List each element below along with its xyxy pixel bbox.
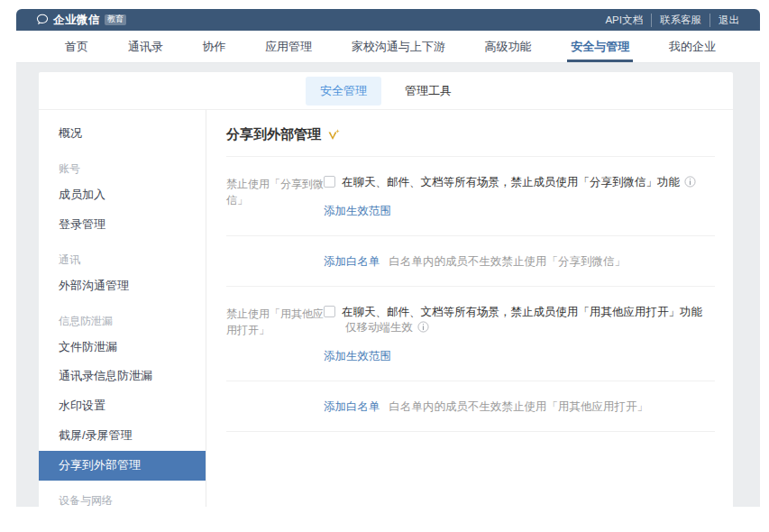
checkbox-description: 在聊天、邮件、文档等所有场景，禁止成员使用「分享到微信」功能 <box>342 176 680 188</box>
sidebar-group-account: 账号 <box>39 149 206 180</box>
edition-badge: 教育 <box>105 14 126 25</box>
app-title: 企业微信 <box>53 13 100 28</box>
top-bar: 企业微信 教育 API文档 联系客服 退出 <box>16 9 760 31</box>
admin-console-page: 企业微信 教育 API文档 联系客服 退出 首页 通讯录 协作 应用管理 家校沟… <box>16 9 760 507</box>
info-icon[interactable] <box>684 176 696 193</box>
sidebar-group-communication: 通讯 <box>39 240 206 271</box>
add-whitelist-link[interactable]: 添加白名单 <box>324 254 380 270</box>
divider <box>226 431 715 432</box>
whitelist-note: 白名单内的成员不生效禁止使用「分享到微信」 <box>389 255 627 268</box>
open-with-other-app-checkbox[interactable] <box>324 306 335 317</box>
setting-open-with-other-app: 禁止使用「用其他应用打开」 在聊天、邮件、文档等所有场景，禁止成员使用「用其他应… <box>226 287 715 381</box>
sidebar-item-login-management[interactable]: 登录管理 <box>39 210 206 240</box>
whitelist-note: 白名单内的成员不生效禁止使用「用其他应用打开」 <box>389 400 649 413</box>
tab-management-tools[interactable]: 管理工具 <box>390 77 466 105</box>
api-docs-link[interactable]: API文档 <box>597 14 651 27</box>
settings-card: 安全管理 管理工具 概况 账号 成员加入 登录管理 通讯 外部沟通管理 信息防泄… <box>39 72 733 507</box>
sidebar-item-overview[interactable]: 概况 <box>39 119 206 149</box>
sidebar-item-file-leak-prevention[interactable]: 文件防泄漏 <box>39 333 206 362</box>
sidebar-item-contacts-leak-prevention[interactable]: 通讯录信息防泄漏 <box>39 362 206 391</box>
sub-tabs: 安全管理 管理工具 <box>39 72 733 110</box>
sidebar-group-info-leak-prevention: 信息防泄漏 <box>39 301 206 333</box>
nav-item-security-management[interactable]: 安全与管理 <box>567 31 633 62</box>
sidebar-group-device-network: 设备与网络 <box>39 481 206 507</box>
info-icon[interactable] <box>417 321 429 338</box>
nav-item-advanced-features[interactable]: 高级功能 <box>481 31 536 62</box>
contact-support-link[interactable]: 联系客服 <box>651 14 709 27</box>
sidebar-item-watermark-settings[interactable]: 水印设置 <box>39 391 206 421</box>
sidebar-item-share-external[interactable]: 分享到外部管理 <box>39 451 206 481</box>
nav-item-contacts[interactable]: 通讯录 <box>124 31 167 62</box>
whitelist-open-with-other-app: 添加白名单白名单内的成员不生效禁止使用「用其他应用打开」 <box>226 381 715 431</box>
page-body: 安全管理 管理工具 概况 账号 成员加入 登录管理 通讯 外部沟通管理 信息防泄… <box>16 63 760 507</box>
premium-v-icon <box>326 128 341 142</box>
nav-item-collaboration[interactable]: 协作 <box>198 31 229 62</box>
mobile-only-note: 仅移动端生效 <box>345 321 413 334</box>
setting-label: 禁止使用「分享到微信」 <box>226 175 324 219</box>
nav-item-school-communication[interactable]: 家校沟通与上下游 <box>348 31 449 62</box>
settings-sidebar: 概况 账号 成员加入 登录管理 通讯 外部沟通管理 信息防泄漏 文件防泄漏 通讯… <box>39 110 206 507</box>
page-title: 分享到外部管理 <box>226 126 321 143</box>
setting-share-to-wechat: 禁止使用「分享到微信」 在聊天、邮件、文档等所有场景，禁止成员使用「分享到微信」… <box>226 157 715 235</box>
top-links: API文档 联系客服 退出 <box>597 14 747 27</box>
tab-security-management[interactable]: 安全管理 <box>306 77 381 105</box>
whitelist-share-to-wechat: 添加白名单白名单内的成员不生效禁止使用「分享到微信」 <box>226 236 715 286</box>
share-to-wechat-checkbox[interactable] <box>324 176 335 188</box>
brand-logo[interactable]: 企业微信 教育 <box>36 13 126 28</box>
sidebar-item-external-communication[interactable]: 外部沟通管理 <box>39 271 206 301</box>
setting-label: 禁止使用「用其他应用打开」 <box>226 305 324 364</box>
add-effective-scope-link[interactable]: 添加生效范围 <box>324 204 391 219</box>
nav-item-app-management[interactable]: 应用管理 <box>261 31 316 62</box>
add-whitelist-link[interactable]: 添加白名单 <box>324 399 380 415</box>
nav-item-home[interactable]: 首页 <box>61 31 92 62</box>
logout-link[interactable]: 退出 <box>709 14 747 27</box>
checkbox-description: 在聊天、邮件、文档等所有场景，禁止成员使用「用其他应用打开」功能 <box>342 306 702 318</box>
sidebar-item-screenshot-recording[interactable]: 截屏/录屏管理 <box>39 421 206 451</box>
nav-item-my-company[interactable]: 我的企业 <box>665 31 719 62</box>
main-nav: 首页 通讯录 协作 应用管理 家校沟通与上下游 高级功能 安全与管理 我的企业 <box>16 31 760 63</box>
wechat-work-bubble-icon <box>36 14 49 26</box>
sidebar-item-member-join[interactable]: 成员加入 <box>39 180 206 210</box>
add-effective-scope-link[interactable]: 添加生效范围 <box>324 349 391 364</box>
main-content: 分享到外部管理 禁止使用「分享到微信」 <box>206 110 733 507</box>
